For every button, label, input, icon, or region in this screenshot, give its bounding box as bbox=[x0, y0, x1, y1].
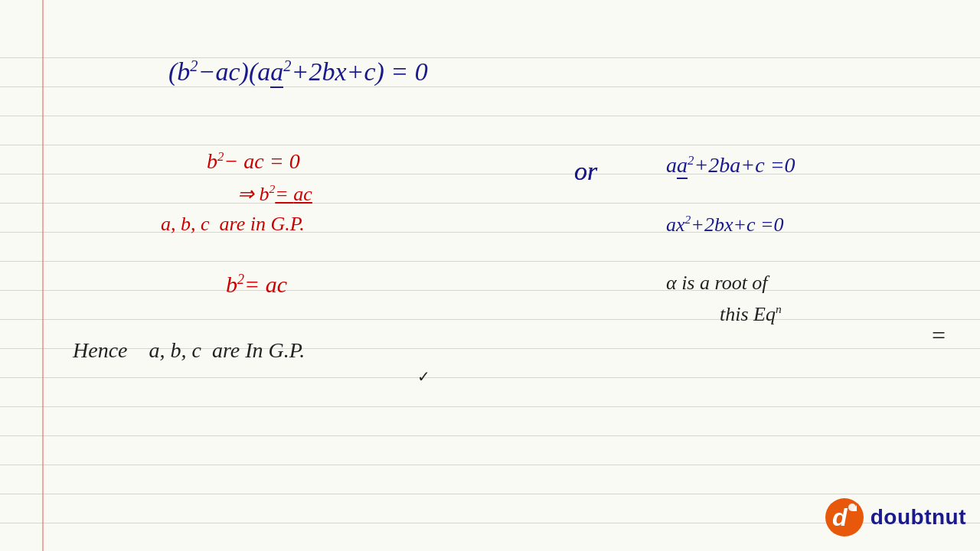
right-equation-1: aa2+2ba+c =0 bbox=[666, 153, 795, 179]
or-label: or bbox=[574, 157, 597, 186]
left-equation-3: b2= ac bbox=[226, 272, 287, 298]
equals-continuation: = bbox=[932, 321, 946, 350]
hence-conclusion: Hence a, b, c are In G.P. bbox=[73, 338, 305, 363]
checkmark: ✓ bbox=[417, 367, 430, 386]
left-gp-text: a, b, c are in G.P. bbox=[161, 213, 305, 236]
right-text-2: this Eqn bbox=[720, 302, 782, 326]
margin-line bbox=[42, 0, 44, 551]
svg-text:d: d bbox=[832, 504, 848, 531]
doubtnut-brand-text: doubtnut bbox=[871, 505, 966, 530]
main-equation: (b2−ac)(aa2+2bx+c) = 0 bbox=[168, 57, 428, 88]
doubtnut-logo: d doubtnut bbox=[825, 497, 966, 537]
ruled-lines bbox=[0, 0, 980, 551]
notebook-page: (b2−ac)(aa2+2bx+c) = 0 b2− ac = 0 ⇒ b2= … bbox=[0, 0, 980, 551]
doubtnut-icon: d bbox=[825, 497, 864, 537]
right-text-1: α is a root of bbox=[666, 272, 768, 295]
left-equation-2: ⇒ b2= ac bbox=[237, 182, 312, 206]
right-equation-2: ax2+2bx+c =0 bbox=[666, 213, 784, 236]
left-equation-1: b2− ac = 0 bbox=[207, 149, 300, 174]
